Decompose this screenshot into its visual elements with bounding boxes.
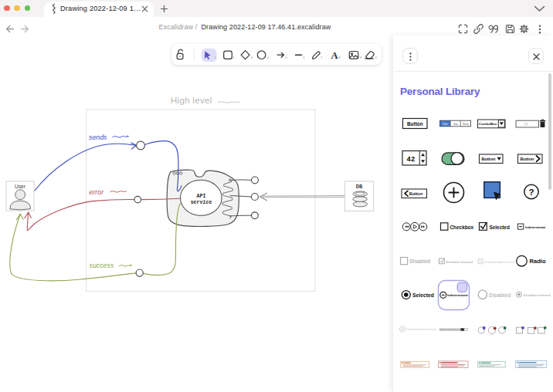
svg-text:Button: Button — [481, 157, 496, 161]
svg-text:Two: Two — [453, 123, 458, 126]
svg-text:Button: Button — [407, 121, 423, 127]
svg-text:error: error — [90, 188, 105, 196]
svg-text:Selected: Selected — [490, 225, 510, 230]
svg-text:success: success — [90, 262, 114, 269]
svg-text:Disabled indeterminate: Disabled indeterminate — [406, 328, 436, 331]
svg-text:Disabled indeterminate: Disabled indeterminate — [484, 261, 514, 264]
svg-text:?: ? — [528, 188, 534, 197]
svg-text:service: service — [191, 200, 212, 205]
svg-text:API: API — [197, 194, 206, 199]
svg-text:One: One — [443, 123, 448, 126]
svg-text:DB: DB — [356, 184, 363, 190]
svg-text:Disabled: Disabled — [410, 259, 431, 264]
svg-text:Disabled selected: Disabled selected — [524, 293, 551, 297]
svg-text:sends: sends — [89, 133, 107, 141]
svg-text:Selected: Selected — [412, 292, 434, 298]
svg-text:Disabled: Disabled — [489, 292, 511, 298]
svg-text:High level: High level — [171, 96, 212, 105]
svg-text:Button: Button — [520, 157, 534, 161]
svg-text:Checkbox: Checkbox — [450, 225, 474, 230]
svg-text:Indeterminate: Indeterminate — [447, 293, 469, 297]
svg-text:Indeterminate: Indeterminate — [525, 225, 547, 229]
svg-text:Disabled selected: Disabled selected — [446, 260, 473, 264]
svg-text:Three: Three — [463, 123, 470, 126]
svg-text:42: 42 — [407, 156, 416, 164]
svg-text:Radio: Radio — [530, 258, 546, 265]
svg-text:ComboBox: ComboBox — [479, 122, 497, 126]
svg-text:User: User — [15, 184, 26, 189]
svg-text:Button: Button — [409, 191, 422, 196]
